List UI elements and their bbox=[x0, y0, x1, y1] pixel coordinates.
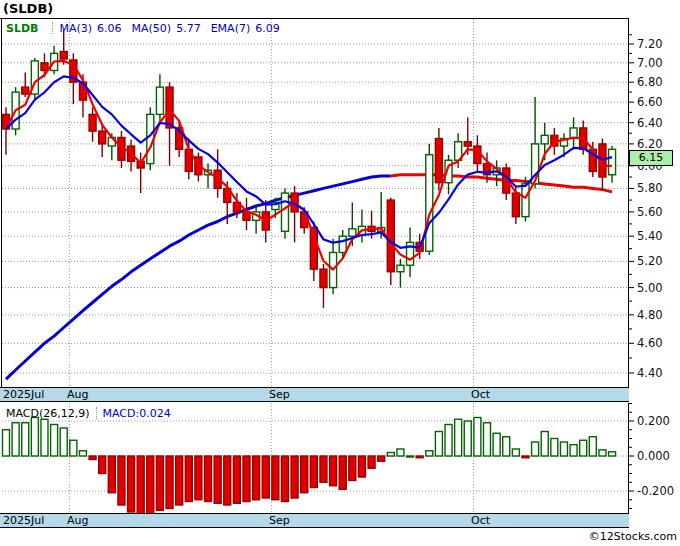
month-label: Sep bbox=[269, 514, 290, 527]
svg-text:5.60: 5.60 bbox=[637, 205, 663, 219]
month-label: Aug bbox=[67, 514, 88, 527]
watermark-link[interactable]: ©12Stocks.com bbox=[589, 530, 677, 543]
month-label: 2025Jul bbox=[3, 388, 44, 401]
svg-text:5.80: 5.80 bbox=[637, 181, 663, 195]
ticker-symbol: SLDB bbox=[6, 22, 38, 35]
svg-text:4.60: 4.60 bbox=[637, 336, 663, 350]
svg-text:6.20: 6.20 bbox=[637, 137, 663, 151]
svg-text:0.200: 0.200 bbox=[637, 414, 670, 428]
page-title: (SLDB) bbox=[3, 1, 53, 16]
month-label: Oct bbox=[471, 514, 490, 527]
legend-separator bbox=[52, 22, 53, 34]
macd-current-value: MACD:0.024 bbox=[103, 407, 171, 420]
svg-text:5.00: 5.00 bbox=[637, 281, 663, 295]
stock-chart-page: (SLDB) 7.207.006.806.606.406.206.005.805… bbox=[0, 0, 680, 546]
date-axis-main: 2025JulAugSepOct bbox=[0, 387, 629, 402]
month-label: Sep bbox=[269, 388, 290, 401]
svg-text:0.000: 0.000 bbox=[637, 449, 670, 463]
macd-legend: MACD(26,12,9) MACD:0.024 bbox=[6, 406, 171, 420]
date-axis-macd: 2025JulAugSepOct bbox=[0, 513, 629, 528]
svg-text:6.40: 6.40 bbox=[637, 116, 663, 130]
svg-text:6.60: 6.60 bbox=[637, 95, 663, 109]
ema7-label: EMA(7) bbox=[211, 22, 251, 35]
ema7-value: 6.09 bbox=[255, 22, 280, 35]
svg-text:5.40: 5.40 bbox=[637, 229, 663, 243]
month-label: Aug bbox=[67, 388, 88, 401]
svg-text:7.00: 7.00 bbox=[637, 56, 663, 70]
month-label: Oct bbox=[471, 388, 490, 401]
last-price-badge: 6.15 bbox=[629, 150, 673, 166]
month-label: 2025Jul bbox=[3, 514, 44, 527]
price-legend: SLDB MA(3) 6.06 MA(50) 5.77 EMA(7) 6.09 bbox=[6, 21, 290, 35]
ma50-value: 5.77 bbox=[176, 22, 201, 35]
ma3-value: 6.06 bbox=[97, 22, 122, 35]
ma3-label: MA(3) bbox=[59, 22, 92, 35]
legend-separator bbox=[96, 407, 97, 419]
svg-text:6.80: 6.80 bbox=[637, 75, 663, 89]
svg-text:4.80: 4.80 bbox=[637, 308, 663, 322]
svg-text:-0.200: -0.200 bbox=[637, 484, 674, 498]
svg-text:4.40: 4.40 bbox=[637, 366, 663, 380]
macd-params-label: MACD(26,12,9) bbox=[6, 407, 90, 420]
candlestick-chart: 7.207.006.806.606.406.206.005.805.605.40… bbox=[0, 18, 680, 387]
svg-text:5.20: 5.20 bbox=[637, 254, 663, 268]
svg-text:7.20: 7.20 bbox=[637, 37, 663, 51]
ma50-label: MA(50) bbox=[132, 22, 172, 35]
